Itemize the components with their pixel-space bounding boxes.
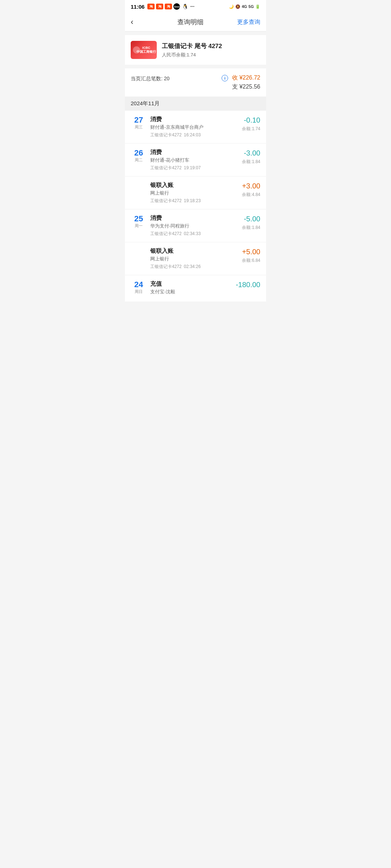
trans-detail: 工银借记卡427216:24:03 bbox=[150, 132, 238, 138]
summary-expense: 支 ¥225.56 bbox=[222, 83, 260, 91]
nav-bar: ‹ 查询明细 更多查询 bbox=[125, 13, 266, 31]
card-balance: 人民币余额:1.74 bbox=[162, 52, 222, 58]
trans-day: 26 bbox=[131, 149, 147, 157]
summary-count: 当页汇总笔数: 20 bbox=[131, 74, 169, 82]
trans-merchant: 财付通-京东商城平台商户 bbox=[150, 124, 238, 131]
expense-label: 支 bbox=[232, 84, 239, 90]
trans-content: 充值 支付宝-沈毅 bbox=[150, 280, 232, 297]
transaction-item[interactable]: 26周二 消费 财付通-花小猪打车 工银借记卡427219:19:07 -3.0… bbox=[125, 144, 266, 176]
status-bar-right: 🌙 🔕 4G 5G 🔋 bbox=[229, 4, 260, 9]
taobao-icon-2: 淘 bbox=[156, 4, 163, 9]
card-info: ICBC中国工商银行 工银借记卡 尾号 4272 人民币余额:1.74 bbox=[125, 35, 266, 65]
info-icon: i bbox=[222, 75, 228, 81]
summary-amounts: i 收 ¥226.72 支 ¥225.56 bbox=[222, 74, 260, 91]
transaction-item[interactable]: 24周日 充值 支付宝-沈毅 -180.00 bbox=[125, 275, 266, 302]
trans-day: 27 bbox=[131, 116, 147, 124]
page-title: 查询明细 bbox=[177, 18, 203, 26]
summary-box: 当页汇总笔数: 20 i 收 ¥226.72 支 ¥225.56 bbox=[125, 68, 266, 97]
signal-4g: 4G bbox=[242, 4, 247, 9]
trans-type: 银联入账 bbox=[150, 182, 238, 189]
penguin-icon: 🐧 bbox=[181, 4, 189, 9]
trans-detail: 工银借记卡427202:34:33 bbox=[150, 231, 238, 237]
transaction-list: 27周三 消费 财付通-京东商城平台商户 工银借记卡427216:24:03 -… bbox=[125, 111, 266, 302]
trans-amount-col: -3.00 余额:1.84 bbox=[242, 149, 260, 165]
moon-icon: 🌙 bbox=[229, 4, 234, 9]
trans-amount: -3.00 bbox=[242, 149, 260, 157]
taobao-icon-1: 淘 bbox=[147, 4, 155, 9]
expense-amount: ¥225.56 bbox=[239, 84, 260, 90]
summary-income: i 收 ¥226.72 bbox=[222, 74, 260, 82]
trans-amount-col: +3.00 余额:4.84 bbox=[242, 182, 260, 198]
trans-content: 银联入账 网上银行 工银借记卡427202:34:26 bbox=[150, 247, 238, 270]
trans-balance: 余额:1.84 bbox=[242, 159, 260, 165]
more-apps-dots: ··· bbox=[190, 4, 194, 9]
trans-day: 25 bbox=[131, 214, 147, 223]
more-query-button[interactable]: 更多查询 bbox=[237, 18, 260, 26]
trans-merchant: 华为支付-同程旅行 bbox=[150, 223, 238, 229]
trans-weekday: 周日 bbox=[131, 289, 147, 294]
trans-type: 消费 bbox=[150, 149, 238, 156]
trans-amount-col: -5.00 余额:1.84 bbox=[242, 214, 260, 231]
trans-balance: 余额:4.84 bbox=[242, 192, 260, 198]
trans-amount: -0.10 bbox=[242, 116, 260, 124]
trans-balance: 余额:1.74 bbox=[242, 126, 260, 132]
trans-weekday: 周二 bbox=[131, 157, 147, 163]
card-logo: ICBC中国工商银行 bbox=[136, 46, 156, 54]
back-button[interactable]: ‹ bbox=[131, 17, 144, 27]
trans-date: 25周一 bbox=[131, 214, 147, 229]
trans-amount: +5.00 bbox=[242, 247, 260, 256]
trans-detail: 工银借记卡427202:34:26 bbox=[150, 264, 238, 270]
transaction-item[interactable]: 银联入账 网上银行 工银借记卡427219:18:23 +3.00 余额:4.8… bbox=[125, 176, 266, 209]
trans-detail: 工银借记卡427219:18:23 bbox=[150, 198, 238, 204]
trans-merchant: 网上银行 bbox=[150, 256, 238, 262]
status-bar-left: 11:06 淘 淘 淘 Soul 🐧 ··· bbox=[131, 3, 194, 10]
trans-date: 26周二 bbox=[131, 149, 147, 163]
trans-merchant: 网上银行 bbox=[150, 190, 238, 196]
trans-amount-col: -180.00 bbox=[236, 280, 260, 290]
card-image: ICBC中国工商银行 bbox=[131, 41, 157, 59]
trans-date: 27周三 bbox=[131, 116, 147, 130]
signal-5g: 5G bbox=[248, 4, 254, 9]
trans-weekday: 周一 bbox=[131, 223, 147, 229]
taobao-icon-3: 淘 bbox=[165, 4, 172, 9]
trans-weekday: 周三 bbox=[131, 124, 147, 130]
trans-balance: 余额:6.84 bbox=[242, 258, 260, 264]
card-details: 工银借记卡 尾号 4272 人民币余额:1.74 bbox=[162, 42, 222, 58]
trans-content: 银联入账 网上银行 工银借记卡427219:18:23 bbox=[150, 182, 238, 204]
trans-amount: -180.00 bbox=[236, 280, 260, 289]
trans-content: 消费 财付通-京东商城平台商户 工银借记卡427216:24:03 bbox=[150, 116, 238, 138]
soul-icon: Soul bbox=[173, 3, 180, 10]
trans-amount: -5.00 bbox=[242, 214, 260, 223]
trans-merchant: 支付宝-沈毅 bbox=[150, 289, 232, 295]
trans-type: 充值 bbox=[150, 280, 232, 288]
trans-detail: 工银借记卡427219:19:07 bbox=[150, 165, 238, 171]
trans-type: 消费 bbox=[150, 214, 238, 222]
income-label: 收 bbox=[232, 75, 239, 81]
battery-icon: 🔋 bbox=[255, 4, 260, 9]
income-amount: ¥226.72 bbox=[239, 75, 260, 81]
trans-merchant: 财付通-花小猪打车 bbox=[150, 157, 238, 163]
status-bar: 11:06 淘 淘 淘 Soul 🐧 ··· 🌙 🔕 4G 5G 🔋 bbox=[125, 0, 266, 13]
trans-type: 消费 bbox=[150, 116, 238, 123]
transaction-item[interactable]: 27周三 消费 财付通-京东商城平台商户 工银借记卡427216:24:03 -… bbox=[125, 111, 266, 144]
trans-content: 消费 华为支付-同程旅行 工银借记卡427202:34:33 bbox=[150, 214, 238, 237]
trans-type: 银联入账 bbox=[150, 247, 238, 255]
trans-balance: 余额:1.84 bbox=[242, 225, 260, 231]
mute-icon: 🔕 bbox=[235, 4, 240, 9]
status-time: 11:06 bbox=[131, 4, 144, 10]
trans-day: 24 bbox=[131, 280, 147, 289]
transaction-item[interactable]: 银联入账 网上银行 工银借记卡427202:34:26 +5.00 余额:6.8… bbox=[125, 242, 266, 275]
card-title: 工银借记卡 尾号 4272 bbox=[162, 42, 222, 50]
trans-amount-col: -0.10 余额:1.74 bbox=[242, 116, 260, 132]
transaction-item[interactable]: 25周一 消费 华为支付-同程旅行 工银借记卡427202:34:33 -5.0… bbox=[125, 209, 266, 242]
trans-amount: +3.00 bbox=[242, 182, 260, 190]
trans-content: 消费 财付通-花小猪打车 工银借记卡427219:19:07 bbox=[150, 149, 238, 171]
trans-amount-col: +5.00 余额:6.84 bbox=[242, 247, 260, 264]
trans-date: 24周日 bbox=[131, 280, 147, 294]
month-header: 2024年11月 bbox=[125, 97, 266, 111]
